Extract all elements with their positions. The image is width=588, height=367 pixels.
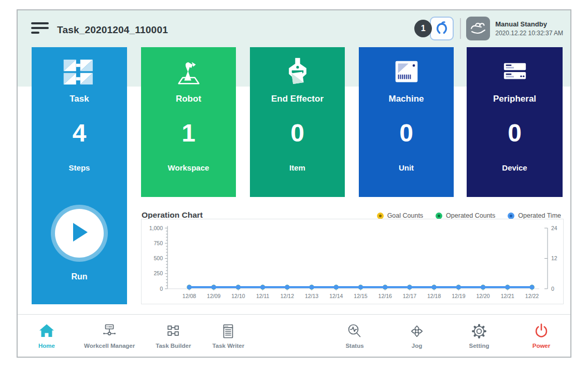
- peripheral-card[interactable]: Peripheral 0 Device: [467, 47, 563, 197]
- nav-setting[interactable]: Setting: [463, 322, 496, 349]
- jog-icon: [408, 322, 426, 341]
- legend-operated-counts[interactable]: Operated Counts: [436, 212, 495, 219]
- play-icon: [69, 221, 90, 246]
- robot-card[interactable]: Robot 1 Workspace: [141, 47, 236, 197]
- app-window: Task_20201204_110001 1 Man: [17, 9, 571, 358]
- card-unit: Unit: [359, 163, 454, 172]
- card-value: 1: [141, 121, 236, 146]
- legend-label: Operated Time: [518, 212, 561, 219]
- operated-time-dot-icon: [508, 213, 514, 219]
- svg-text:12/17: 12/17: [403, 293, 416, 299]
- svg-text:0: 0: [160, 286, 163, 292]
- svg-text:12/20: 12/20: [476, 293, 489, 299]
- hand-icon: [469, 20, 487, 37]
- svg-text:12/11: 12/11: [256, 293, 270, 299]
- machine-icon: [359, 57, 454, 88]
- operation-chart: 02505007501,00012/0812/0912/1012/1112/12…: [141, 219, 564, 304]
- nav-label: Workcell Manager: [84, 343, 135, 349]
- server-stack-icon: [467, 57, 563, 88]
- svg-text:250: 250: [153, 270, 163, 276]
- card-unit: Workspace: [141, 163, 236, 172]
- card-title: Machine: [359, 94, 454, 104]
- card-value: 0: [359, 121, 454, 146]
- nav-label: Home: [38, 343, 55, 349]
- nav-workcell-manager[interactable]: Workcell Manager: [84, 322, 135, 349]
- mode-status: Manual Standby 2020.12.22 10:32:37 AM: [495, 20, 563, 37]
- legend-operated-time[interactable]: Operated Time: [508, 212, 561, 219]
- svg-text:12: 12: [551, 255, 557, 261]
- svg-text:12/15: 12/15: [354, 293, 367, 299]
- run-button[interactable]: [55, 209, 104, 258]
- nav-status[interactable]: Status: [338, 322, 371, 349]
- card-title: Task: [32, 94, 127, 104]
- machine-card[interactable]: Machine 0 Unit: [359, 47, 454, 197]
- legend-label: Goal Counts: [387, 212, 423, 219]
- task-card[interactable]: Task 4 Steps Run: [32, 47, 127, 304]
- legend-label: Operated Counts: [446, 212, 495, 219]
- operated-counts-dot-icon: [436, 213, 442, 219]
- header-right-cluster: 1 Manual Standby 2020.12.22: [414, 16, 563, 41]
- gripper-tool-icon: [433, 20, 450, 38]
- svg-text:12/14: 12/14: [329, 293, 343, 299]
- notification-badge: 1: [414, 20, 432, 37]
- svg-text:12/08: 12/08: [183, 293, 196, 299]
- task-builder-icon: [164, 322, 183, 341]
- legend-goal-counts[interactable]: Goal Counts: [377, 212, 423, 219]
- svg-text:24: 24: [551, 225, 557, 231]
- svg-text:12/18: 12/18: [427, 293, 441, 299]
- nav-label: Power: [533, 343, 551, 349]
- task-blocks-icon: [32, 57, 127, 88]
- svg-text:750: 750: [153, 240, 163, 246]
- card-title: End Effector: [250, 94, 345, 104]
- svg-text:12/13: 12/13: [305, 293, 318, 299]
- svg-text:12/10: 12/10: [231, 293, 245, 299]
- card-unit: Device: [467, 163, 563, 172]
- task-writer-icon: [219, 322, 237, 341]
- nav-task-builder[interactable]: Task Builder: [156, 322, 191, 349]
- nav-task-writer[interactable]: Task Writer: [212, 322, 245, 349]
- power-icon: [532, 322, 551, 341]
- card-value: 0: [250, 121, 345, 146]
- nav-label: Task Writer: [213, 343, 245, 349]
- svg-text:1,000: 1,000: [149, 225, 163, 231]
- svg-text:500: 500: [153, 255, 163, 261]
- card-unit: Item: [250, 163, 345, 172]
- setting-icon: [470, 322, 488, 341]
- gripper-icon: [250, 57, 345, 88]
- nav-power[interactable]: Power: [525, 322, 558, 349]
- end-effector-card[interactable]: End Effector 0 Item: [250, 47, 345, 197]
- nav-jog[interactable]: Jog: [400, 322, 433, 349]
- nav-label: Status: [345, 343, 363, 349]
- card-unit: Steps: [32, 163, 127, 172]
- card-title: Robot: [141, 94, 236, 104]
- svg-text:12/22: 12/22: [525, 293, 539, 299]
- card-title: Peripheral: [467, 94, 563, 104]
- goal-counts-dot-icon: [377, 213, 384, 219]
- nav-label: Task Builder: [156, 343, 191, 349]
- status-icon: [345, 322, 364, 341]
- home-icon: [37, 322, 56, 341]
- nav-label: Jog: [412, 343, 422, 349]
- nav-label: Setting: [469, 343, 489, 349]
- menu-button[interactable]: [31, 22, 49, 36]
- tool-gripper-button[interactable]: [430, 17, 454, 40]
- robot-arm-icon: [141, 57, 236, 88]
- chart-legend: Goal Counts Operated Counts Operated Tim…: [377, 212, 561, 219]
- nav-home[interactable]: Home: [30, 322, 63, 349]
- mode-label: Manual Standby: [495, 20, 563, 29]
- svg-text:12/19: 12/19: [452, 293, 465, 299]
- svg-text:0: 0: [551, 286, 554, 292]
- workcell-manager-icon: [100, 322, 119, 341]
- datetime-label: 2020.12.22 10:32:37 AM: [495, 29, 563, 37]
- card-value: 0: [467, 121, 563, 146]
- bottom-navigation: Home Workcell Manager: [18, 314, 570, 357]
- page-title: Task_20201204_110001: [57, 24, 168, 36]
- run-label: Run: [32, 272, 127, 281]
- svg-text:12/16: 12/16: [379, 293, 392, 299]
- svg-text:12/09: 12/09: [207, 293, 220, 299]
- manual-mode-button[interactable]: [466, 17, 490, 40]
- svg-text:12/21: 12/21: [501, 293, 514, 299]
- card-value: 4: [32, 121, 127, 146]
- svg-text:12/12: 12/12: [281, 293, 294, 299]
- header-divider: [460, 18, 461, 39]
